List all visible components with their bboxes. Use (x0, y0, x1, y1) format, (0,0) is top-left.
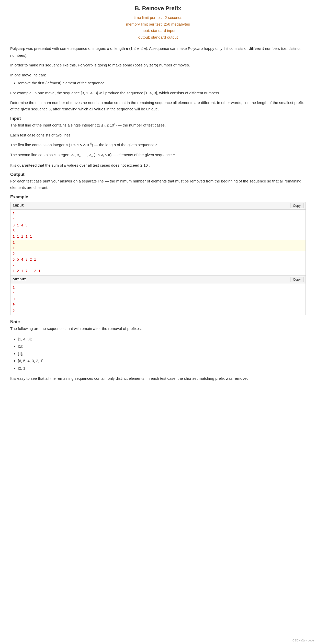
input-copy-button[interactable]: Copy (290, 203, 303, 208)
input-line-code-3: 3 1 4 3 (13, 223, 303, 228)
input-line-code-1: 5 (13, 211, 303, 217)
output-line-1: For each test case print your answer on … (10, 178, 306, 191)
input-line-code-6: 1 (10, 240, 306, 245)
input-section-title: Input (10, 116, 306, 121)
note-bullets-list: [1, 4, 3]; [1]; [1]; [6, 5, 4, 3, 2, 1];… (18, 336, 306, 372)
meta-info: time limit per test: 2 seconds memory li… (10, 14, 306, 40)
input-line-code-8: 6 (13, 251, 303, 257)
output-label: output (13, 277, 26, 282)
input-line-4: The second line contains n integers a1, … (10, 152, 306, 159)
input-line-5: It is guaranteed that the sum of n value… (10, 162, 306, 169)
output-code-header: output Copy (10, 276, 306, 283)
note-bullet-3: [1]; (18, 350, 306, 358)
input-code-header: input Copy (10, 202, 306, 210)
input-line-3: The first line contains an integer n (1 … (10, 142, 306, 148)
output-line-code-4: 0 (13, 302, 303, 308)
input-line-code-9: 6 5 4 3 2 1 (13, 257, 303, 262)
note-bullet-4: [6, 5, 4, 3, 2, 1]; (18, 357, 306, 365)
note-line-2: It is easy to see that all the remaining… (10, 375, 306, 382)
output-line-code-3: 0 (13, 296, 303, 302)
input-line-code-7: 1 (10, 245, 306, 251)
note-bullet-2: [1]; (18, 343, 306, 350)
output-line-code-2: 4 (13, 291, 303, 296)
output-copy-button[interactable]: Copy (290, 277, 303, 282)
intro-paragraph-2: In order to make his sequence like this,… (10, 62, 306, 68)
input-type: input: standard input (10, 27, 306, 34)
example-sentence: For example, in one move, the sequence [… (10, 90, 306, 96)
intro-paragraph-3: In one move, he can: (10, 72, 306, 78)
output-line-code-5: 5 (13, 308, 303, 314)
input-label: input (13, 203, 24, 208)
input-line-code-5: 1 1 1 1 1 (13, 234, 303, 239)
input-line-2: Each test case consists of two lines. (10, 132, 306, 139)
note-line-1: The following are the sequences that wil… (10, 326, 306, 332)
input-line-code-4: 5 (13, 228, 303, 234)
input-line-code-11: 1 2 1 7 1 2 1 (13, 268, 303, 274)
input-code-block: input Copy 5 4 3 1 4 3 5 1 1 1 1 1 1 1 6… (10, 202, 306, 276)
note-section-title: Note (10, 319, 306, 325)
output-code-body: 1 4 0 0 5 (10, 283, 306, 315)
intro-paragraph-1: Polycarp was presented with some sequenc… (10, 45, 306, 59)
input-code-body: 5 4 3 1 4 3 5 1 1 1 1 1 1 1 6 6 5 4 3 2 … (10, 210, 306, 275)
move-item-1: remove the first (leftmost) element of t… (18, 80, 306, 86)
moves-list: remove the first (leftmost) element of t… (18, 80, 306, 86)
note-bullet-5: [2, 1]. (18, 365, 306, 372)
output-code-block: output Copy 1 4 0 0 5 (10, 276, 306, 315)
input-line-1: The first line of the input contains a s… (10, 122, 306, 129)
memory-limit: memory limit per test: 256 megabytes (10, 21, 306, 28)
determine-paragraph: Determine the minimum number of moves he… (10, 100, 306, 112)
input-line-code-10: 7 (13, 262, 303, 268)
time-limit: time limit per test: 2 seconds (10, 14, 306, 21)
input-line-code-2: 4 (13, 217, 303, 222)
output-type: output: standard output (10, 34, 306, 41)
example-title: Example (10, 194, 306, 200)
output-line-code-1: 1 (13, 285, 303, 291)
note-bullet-1: [1, 4, 3]; (18, 336, 306, 343)
page-title: B. Remove Prefix (10, 5, 306, 12)
output-section-title: Output (10, 172, 306, 177)
